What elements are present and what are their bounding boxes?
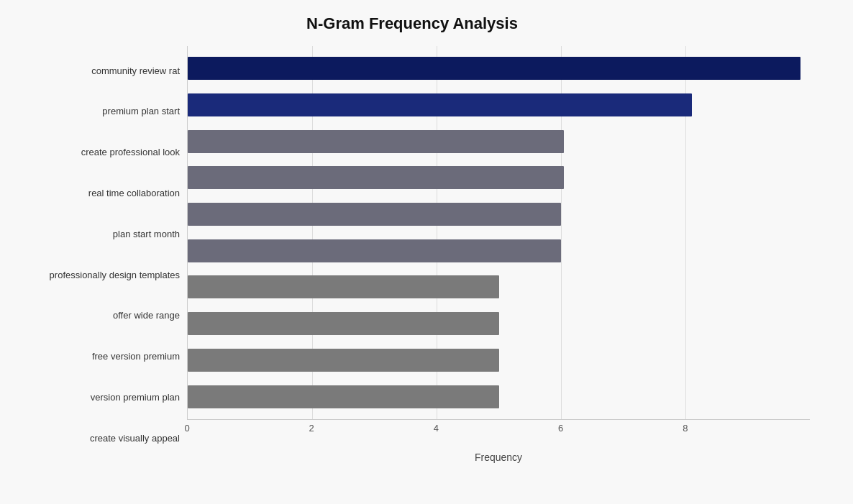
x-tick: 8 xyxy=(683,423,688,434)
y-label: create professional look xyxy=(81,134,180,171)
bar-row xyxy=(188,165,810,191)
y-label: premium plan start xyxy=(102,93,180,130)
y-label: create visually appeal xyxy=(90,420,180,457)
y-axis-labels: community review ratpremium plan startcr… xyxy=(14,46,187,463)
x-tick: 0 xyxy=(184,423,189,434)
bar xyxy=(188,239,561,262)
bar-row xyxy=(188,238,810,264)
bar xyxy=(188,166,564,189)
x-axis-label: Frequency xyxy=(187,452,810,463)
bar xyxy=(188,57,800,80)
chart-area: community review ratpremium plan startcr… xyxy=(14,46,810,463)
bars-area xyxy=(187,46,810,420)
chart-container: N-Gram Frequency Analysis community revi… xyxy=(0,0,853,504)
bar xyxy=(188,130,564,153)
bar xyxy=(188,349,499,372)
bar xyxy=(188,203,561,226)
bar xyxy=(188,275,499,298)
bar xyxy=(188,93,692,116)
chart-title: N-Gram Frequency Analysis xyxy=(14,14,810,33)
bar-row xyxy=(188,384,810,410)
bar-row xyxy=(188,274,810,300)
bars-wrapper xyxy=(188,46,810,419)
bar xyxy=(188,312,499,335)
y-label: offer wide range xyxy=(113,297,180,334)
bar-row xyxy=(188,55,810,81)
y-label: free version premium xyxy=(92,338,180,375)
bars-and-x: 02468 Frequency xyxy=(187,46,810,463)
x-tick: 6 xyxy=(558,423,563,434)
y-label: community review rat xyxy=(91,52,180,89)
y-label: real time collaboration xyxy=(88,175,180,212)
bar-row xyxy=(188,311,810,336)
bar xyxy=(188,385,499,408)
bar-row xyxy=(188,129,810,155)
y-label: professionally design templates xyxy=(50,256,180,293)
bar-row xyxy=(188,347,810,373)
bar-row xyxy=(188,92,810,118)
y-label: plan start month xyxy=(113,216,180,253)
bar-row xyxy=(188,201,810,227)
x-tick: 2 xyxy=(309,423,314,434)
y-label: version premium plan xyxy=(91,379,180,416)
x-axis: 02468 xyxy=(187,420,810,449)
x-tick: 4 xyxy=(434,423,439,434)
